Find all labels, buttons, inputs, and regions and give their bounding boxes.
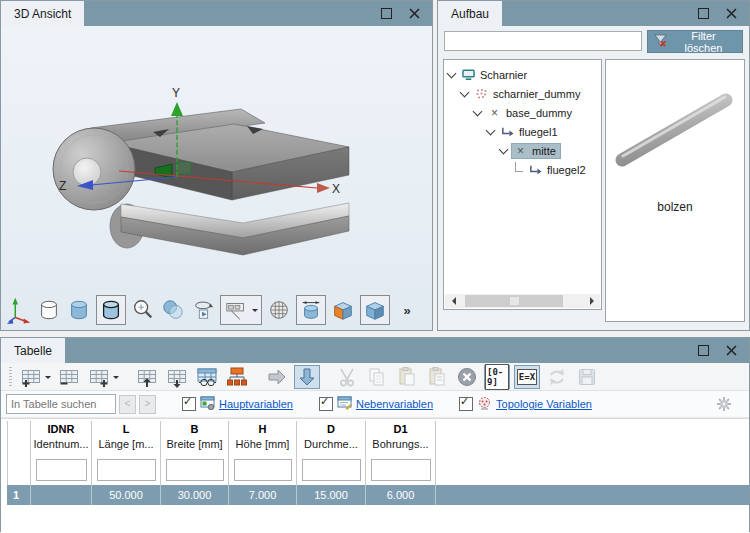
tree-item-label: mitte <box>532 145 556 157</box>
column-filter-input-IDNR[interactable] <box>36 459 87 481</box>
move-row-down-button[interactable] <box>164 365 190 389</box>
display-shaded-edges-button[interactable] <box>96 295 126 325</box>
display-dimensions-button[interactable] <box>296 295 326 325</box>
table-search-input[interactable] <box>6 394 116 414</box>
tree-item-fluegel1[interactable]: fluegel1 <box>444 122 601 141</box>
column-header-IDNR[interactable]: IDNR <box>31 421 92 437</box>
insert-column-button[interactable] <box>86 365 120 389</box>
column-filter-cell <box>161 454 229 485</box>
cell-D[interactable]: 15.000 <box>297 485 366 505</box>
column-filter-input-D1[interactable] <box>371 459 431 481</box>
cell-H[interactable]: 7.000 <box>229 485 297 505</box>
part-preview-panel[interactable]: bolzen <box>605 59 745 322</box>
xpart-icon: × <box>487 108 502 118</box>
scrollbar-track[interactable] <box>460 294 585 308</box>
scroll-left-icon[interactable] <box>445 294 460 308</box>
viewport-3d[interactable]: X Z Y » <box>1 26 432 330</box>
variables-table: IDNRLBHDD1 Identnum...Länge [m...Breite … <box>1 418 749 533</box>
search-prev-button[interactable]: < <box>119 395 136 414</box>
tree-item-base_dummy[interactable]: ×base_dummy <box>444 103 601 122</box>
maximize-icon[interactable] <box>694 5 712 23</box>
table-overview-button[interactable] <box>194 365 220 389</box>
cell-IDNR[interactable] <box>31 485 92 505</box>
titlebar-drag-area[interactable] <box>84 1 377 26</box>
row-number-header <box>7 421 31 437</box>
copy-button <box>364 365 390 389</box>
table-settings-gear-icon[interactable] <box>716 396 733 413</box>
column-header-B[interactable]: B <box>161 421 229 437</box>
column-filter-input-H[interactable] <box>234 459 292 481</box>
delete-row-button[interactable] <box>56 365 82 389</box>
expand-chevron-icon[interactable] <box>499 144 509 154</box>
scrollbar-thumb[interactable] <box>465 295 563 307</box>
move-row-up-button[interactable] <box>134 365 160 389</box>
tree-item-fluegel2[interactable]: fluegel2 <box>444 160 601 179</box>
solid-view-button[interactable] <box>360 295 390 325</box>
link-topologie-variablen[interactable]: Topologie Variablen <box>496 398 592 410</box>
tree-item-label: fluegel2 <box>547 164 586 176</box>
filter-clear-button[interactable]: Filter löschen <box>647 30 743 53</box>
add-row-button[interactable] <box>18 365 52 389</box>
transfer-right-button[interactable] <box>264 365 290 389</box>
search-next-button[interactable]: > <box>139 395 156 414</box>
expand-chevron-icon[interactable] <box>473 106 483 116</box>
numeric-format-button[interactable]: [0-9] <box>484 365 510 389</box>
maximize-icon[interactable] <box>694 342 712 360</box>
close-icon[interactable] <box>405 5 423 23</box>
titlebar-drag-area[interactable] <box>502 1 694 26</box>
tab-tabelle[interactable]: Tabelle <box>1 338 65 363</box>
tab-aufbau[interactable]: Aufbau <box>438 1 502 26</box>
display-wireframe-button[interactable] <box>36 297 62 324</box>
formula-view-button[interactable]: E=X <box>514 365 540 389</box>
expand-chevron-icon[interactable] <box>447 68 457 78</box>
maximize-icon[interactable] <box>377 5 395 23</box>
clear-selection-button[interactable] <box>454 365 480 389</box>
column-filter-input-D[interactable] <box>302 459 361 481</box>
column-header-D1[interactable]: D1 <box>366 421 436 437</box>
tree-item-mitte[interactable]: ×mitte <box>444 141 601 160</box>
titlebar-3d: 3D Ansicht <box>1 1 432 26</box>
checkbox-checked[interactable] <box>319 397 333 411</box>
column-header-L[interactable]: L <box>92 421 161 437</box>
titlebar-drag-area[interactable] <box>65 338 694 363</box>
cell-B[interactable]: 30.000 <box>161 485 229 505</box>
structure-tree-panel: Scharnierscharnier_dummy×base_dummyflueg… <box>443 59 602 310</box>
checkbox-checked[interactable] <box>459 397 473 411</box>
link-hauptvariablen[interactable]: Hauptvariablen <box>219 398 293 410</box>
close-icon[interactable] <box>722 5 740 23</box>
column-desc-L: Länge [m... <box>92 437 161 454</box>
tab-3d-ansicht[interactable]: 3D Ansicht <box>1 1 84 26</box>
checkbox-checked[interactable] <box>182 397 196 411</box>
toolbar-overflow-button[interactable]: » <box>394 297 420 324</box>
zoom-fit-button[interactable] <box>130 297 156 324</box>
scroll-right-icon[interactable] <box>585 294 600 308</box>
column-header-D[interactable]: D <box>297 421 366 437</box>
column-filter-input-B[interactable] <box>166 459 224 481</box>
structure-filter-input[interactable] <box>444 31 642 51</box>
measure-tool-button[interactable] <box>220 295 262 325</box>
window-aufbau: Aufbau Filter löschen Scharnierscharnier… <box>437 0 750 331</box>
paste-special-button <box>424 365 450 389</box>
cell-D1[interactable]: 6.000 <box>366 485 436 505</box>
app-root: 3D Ansicht <box>0 0 750 533</box>
display-shaded-button[interactable] <box>66 297 92 324</box>
display-mesh-button[interactable] <box>266 297 292 324</box>
row-number[interactable]: 1 <box>7 485 31 505</box>
expand-chevron-icon[interactable] <box>460 87 470 97</box>
column-filter-input-L[interactable] <box>97 459 156 481</box>
display-transparent-button[interactable] <box>160 297 186 324</box>
table-row-1[interactable]: 150.00030.0007.00015.0006.000 <box>7 485 749 505</box>
close-icon[interactable] <box>722 342 740 360</box>
row-number-header <box>7 437 31 454</box>
section-view-button[interactable] <box>330 297 356 324</box>
tree-horizontal-scrollbar[interactable] <box>445 294 600 308</box>
tree-item-scharnier_dummy[interactable]: scharnier_dummy <box>444 84 601 103</box>
tree-item-Scharnier[interactable]: Scharnier <box>444 65 601 84</box>
hierarchy-view-button[interactable] <box>224 365 250 389</box>
link-nebenvariablen[interactable]: Nebenvariablen <box>356 398 433 410</box>
transfer-down-button[interactable] <box>294 365 320 389</box>
cell-L[interactable]: 50.000 <box>92 485 161 505</box>
expand-chevron-icon[interactable] <box>486 125 496 135</box>
rotate-view-button[interactable] <box>190 297 216 324</box>
column-header-H[interactable]: H <box>229 421 297 437</box>
